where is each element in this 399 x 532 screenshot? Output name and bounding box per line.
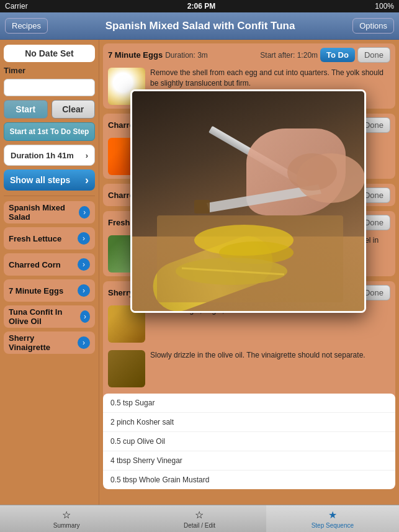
step-image-dressing2 bbox=[108, 350, 145, 387]
show-steps-label: Show all steps bbox=[10, 175, 70, 185]
step-body-2: Slowly drizzle in the olive oil. The vin… bbox=[103, 346, 395, 391]
tab-step-sequence[interactable]: ★ Step Sequence bbox=[266, 505, 399, 532]
corn-svg bbox=[132, 91, 364, 311]
time-label: 2:06 PM bbox=[187, 2, 215, 11]
ingredient-list: 0.5 tsp Sugar 2 pinch Kosher salt 0.5 cu… bbox=[103, 394, 395, 489]
sidebar-divider bbox=[4, 196, 95, 196]
chevron-icon: › bbox=[80, 310, 90, 323]
ingredient-item: 0.5 cup Olive Oil bbox=[103, 432, 395, 451]
step-sequence-icon: ★ bbox=[328, 509, 337, 521]
svg-rect-4 bbox=[194, 200, 210, 214]
sidebar-item-label: Fresh Lettuce bbox=[9, 234, 61, 243]
sidebar: No Date Set Timer Start Clear Start at 1… bbox=[0, 40, 99, 505]
corn-visual bbox=[132, 91, 364, 311]
duration-label: Duration 1h 41m bbox=[11, 151, 74, 160]
page-title: Spanish Mixed Salad with Confit Tuna bbox=[48, 20, 352, 32]
duration-button[interactable]: Duration 1h 41m › bbox=[4, 145, 95, 166]
sidebar-item-label: Charred Corn bbox=[9, 260, 61, 269]
nav-bar: Recipes Spanish Mixed Salad with Confit … bbox=[0, 12, 399, 40]
clear-button[interactable]: Clear bbox=[52, 100, 96, 119]
detail-icon: ☆ bbox=[195, 509, 204, 521]
done-button[interactable]: Done bbox=[357, 47, 390, 63]
sidebar-item-fresh-lettuce[interactable]: Fresh Lettuce › bbox=[4, 227, 95, 250]
overlay-corn-image[interactable] bbox=[130, 89, 366, 313]
svg-point-6 bbox=[287, 153, 337, 191]
sidebar-item-tuna-confit[interactable]: Tuna Confit In Olive Oil › bbox=[4, 305, 95, 328]
chevron-icon: › bbox=[79, 206, 90, 219]
content-area: 7 Minute Eggs Duration: 3m Start after: … bbox=[99, 40, 399, 505]
chevron-icon: › bbox=[78, 258, 90, 271]
todo-button[interactable]: To Do bbox=[320, 48, 355, 62]
tab-bar: ☆ Summary ☆ Detail / Edit ★ Step Sequenc… bbox=[0, 505, 399, 532]
back-button[interactable]: Recipes bbox=[5, 18, 48, 34]
step-text-2: Slowly drizzle in the olive oil. The vin… bbox=[150, 350, 365, 387]
start-button[interactable]: Start bbox=[4, 100, 48, 119]
chevron-right-icon: › bbox=[85, 174, 89, 187]
tab-step-sequence-label: Step Sequence bbox=[312, 522, 354, 529]
summary-icon: ☆ bbox=[62, 509, 71, 521]
step-duration: Duration: 3m bbox=[165, 51, 208, 60]
ingredient-item: 0.5 tbsp Whole Grain Mustard bbox=[103, 471, 395, 489]
step-header: 7 Minute Eggs Duration: 3m Start after: … bbox=[103, 43, 395, 64]
sidebar-item-7-minute-eggs[interactable]: 7 Minute Eggs › bbox=[4, 279, 95, 302]
status-bar: Carrier 2:06 PM 100% bbox=[0, 0, 399, 12]
tab-detail-label: Detail / Edit bbox=[184, 522, 215, 529]
tab-summary[interactable]: ☆ Summary bbox=[0, 505, 133, 532]
sidebar-item-label: 7 Minute Eggs bbox=[9, 286, 63, 295]
chevron-icon: › bbox=[78, 336, 90, 349]
sidebar-item-charred-corn[interactable]: Charred Corn › bbox=[4, 253, 95, 276]
chevron-right-icon: › bbox=[86, 151, 88, 160]
chevron-icon: › bbox=[78, 284, 90, 297]
options-button[interactable]: Options bbox=[352, 18, 394, 34]
sidebar-item-label: Tuna Confit In Olive Oil bbox=[9, 307, 80, 326]
chevron-icon: › bbox=[78, 232, 90, 245]
carrier-label: Carrier bbox=[5, 2, 28, 11]
tab-detail-edit[interactable]: ☆ Detail / Edit bbox=[133, 505, 266, 532]
timer-buttons: Start Clear bbox=[4, 100, 95, 119]
sidebar-item-sherry-vinaigrette[interactable]: Sherry Vinaigrette › bbox=[4, 331, 95, 354]
timer-label: Timer bbox=[4, 66, 95, 75]
sidebar-item-label: Spanish Mixed Salad bbox=[9, 203, 79, 222]
start-todo-step-button[interactable]: Start at 1st To Do Step bbox=[4, 122, 95, 141]
battery-label: 100% bbox=[375, 2, 394, 11]
show-all-steps-button[interactable]: Show all steps › bbox=[4, 169, 95, 191]
sidebar-item-label: Sherry Vinaigrette bbox=[9, 333, 78, 352]
tab-summary-label: Summary bbox=[53, 522, 80, 529]
step-title: 7 Minute Eggs bbox=[108, 50, 163, 60]
timer-input[interactable] bbox=[4, 79, 95, 96]
no-date-set[interactable]: No Date Set bbox=[4, 45, 95, 62]
ingredient-item: 2 pinch Kosher salt bbox=[103, 413, 395, 432]
main-layout: No Date Set Timer Start Clear Start at 1… bbox=[0, 40, 399, 505]
dressing-thumbnail-2 bbox=[108, 350, 145, 387]
ingredient-item: 4 tbsp Sherry Vinegar bbox=[103, 451, 395, 471]
corn-cutting-visual bbox=[132, 91, 364, 311]
sidebar-item-spanish-mixed-salad[interactable]: Spanish Mixed Salad › bbox=[4, 201, 95, 223]
step-start: Start after: 1:20m bbox=[260, 51, 318, 60]
ingredient-item: 0.5 tsp Sugar bbox=[103, 394, 395, 413]
